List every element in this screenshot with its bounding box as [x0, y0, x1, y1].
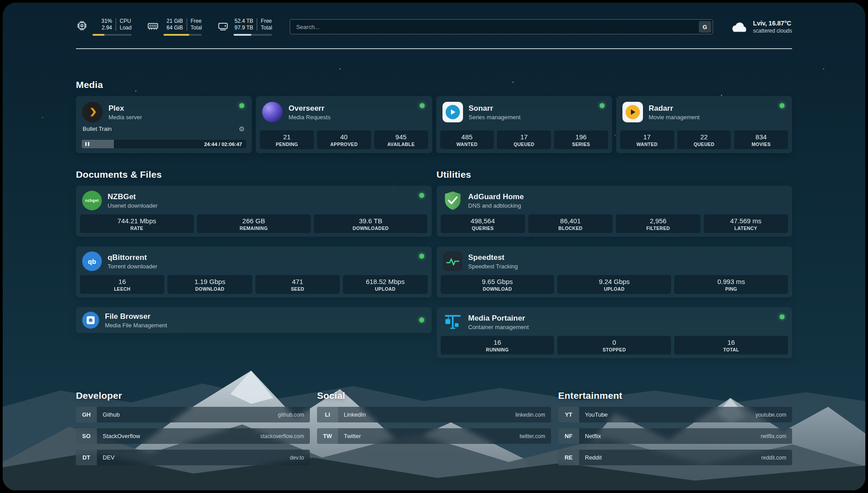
app-name: Plex [108, 104, 142, 113]
app-card-qbittorrent[interactable]: qb qBittorrent Torrent downloader 16 LEE… [76, 246, 432, 297]
bookmark-name: Twitter [344, 433, 361, 439]
stat-movies: 834 MOVIES [734, 130, 788, 149]
pause-icon[interactable] [85, 142, 89, 146]
stat-latency: 47.569 ms LATENCY [704, 214, 788, 233]
bookmark-reddit[interactable]: RE Reddit reddit.com [558, 450, 792, 465]
bookmark-github[interactable]: GH Github github.com [76, 407, 310, 422]
stat-value: 17 [622, 133, 672, 141]
bookmark-stackoverflow[interactable]: SO StackOverflow stackoverflow.com [76, 428, 310, 444]
stat-value: 485 [442, 133, 492, 141]
stat-queries: 498,564 QUERIES [441, 214, 525, 233]
stat-label: WANTED [622, 142, 672, 147]
bookmark-name: YouTube [585, 411, 608, 418]
stat-label: MOVIES [736, 142, 786, 147]
status-dot [419, 254, 424, 259]
section-title-utilities: Utilities [437, 169, 793, 180]
memory-icon [147, 20, 159, 32]
bookmark-linkedin[interactable]: LI LinkedIn linkedin.com [317, 407, 551, 422]
bookmark-name: DEV [103, 454, 115, 461]
gear-icon[interactable]: ⚙ [239, 125, 245, 132]
app-card-adguard[interactable]: AdGuard Home DNS and adblocking 498,564 … [437, 186, 793, 237]
section-title-entertainment: Entertainment [558, 390, 792, 401]
bookmark-group-developer: Developer GH Github github.com SO StackO… [76, 390, 310, 471]
stat-label: PING [676, 286, 786, 292]
divider [257, 18, 257, 31]
stat-label: WANTED [442, 142, 492, 147]
stat-value: 945 [376, 133, 426, 141]
app-card-overseerr[interactable]: Overseerr Media Requests 21 PENDING 40 A… [256, 96, 432, 153]
bookmark-twitter[interactable]: TW Twitter twitter.com [317, 428, 551, 444]
app-card-nzbget[interactable]: nzbget NZBGet Usenet downloader 744.21 M… [76, 186, 432, 237]
status-dot [419, 193, 424, 198]
linkedin-tile: LI [317, 407, 338, 422]
stackoverflow-tile: SO [76, 428, 97, 444]
stat-label: DOWNLOADED [316, 226, 426, 231]
stat-value: 9.24 Gbps [559, 278, 669, 285]
app-card-speedtest[interactable]: Speedtest Speedtest Tracking 9.65 Gbps D… [437, 246, 793, 297]
playback-time: 24:44 / 02:06:47 [204, 142, 242, 147]
playback-progress-bar[interactable]: 24:44 / 02:06:47 [82, 140, 246, 148]
stat-series: 196 SERIES [554, 130, 608, 149]
now-playing-title: Bullet Train [83, 125, 112, 132]
app-card-sonarr[interactable]: Sonarr Series management 485 WANTED 17 Q… [436, 96, 612, 153]
stat-stopped: 0 STOPPED [557, 336, 671, 355]
bookmark-group-entertainment: Entertainment YT YouTube youtube.com NF … [558, 390, 792, 471]
bookmark-dev[interactable]: DT DEV dev.to [76, 450, 310, 465]
status-dot [780, 103, 785, 108]
stat-label: UPLOAD [345, 286, 426, 292]
memory-monitor: 21 GiB 64 GiB Free Total [147, 18, 202, 36]
stat-download: 1.19 Gbps DOWNLOAD [167, 275, 252, 294]
bookmark-group-social: Social LI LinkedIn linkedin.com TW Twitt… [317, 390, 551, 471]
section-title-media: Media [76, 79, 792, 90]
weather-widget: Lviv, 16.87°C scattered clouds [729, 20, 792, 34]
github-tile: GH [76, 407, 97, 422]
app-name: File Browser [105, 312, 167, 321]
topbar: 31% 2.94 CPU Load [76, 3, 792, 36]
cpu-monitor: 31% 2.94 CPU Load [76, 18, 132, 36]
divider [116, 18, 116, 31]
twitter-tile: TW [317, 428, 338, 444]
app-name: Sonarr [469, 104, 521, 113]
stat-value: 498,564 [442, 217, 523, 225]
app-card-filebrowser[interactable]: File Browser Media File Management [76, 307, 432, 333]
portainer-icon [443, 312, 463, 332]
stat-queued: 22 QUEUED [677, 130, 731, 149]
stat-leech: 16 LEECH [80, 275, 164, 294]
app-card-portainer[interactable]: Media Portainer Container management 16 … [437, 307, 793, 358]
stat-value: 17 [499, 133, 549, 141]
bookmark-url: netflix.com [761, 433, 786, 439]
disk-total-label: Total [261, 25, 272, 31]
app-card-radarr[interactable]: Radarr Movie management 17 WANTED 22 QUE… [616, 96, 792, 153]
stat-label: SERIES [556, 142, 606, 147]
bookmark-url: github.com [278, 412, 304, 418]
cpu-load-value: 2.94 [92, 25, 112, 31]
qbittorrent-icon: qb [82, 251, 102, 271]
bookmark-name: StackOverflow [103, 433, 140, 439]
stat-label: SEED [257, 286, 338, 292]
app-desc: Series management [469, 114, 521, 121]
search-engine-button[interactable]: G [699, 21, 711, 33]
bookmark-url: linkedin.com [515, 412, 545, 418]
bookmark-netflix[interactable]: NF Netflix netflix.com [558, 428, 792, 444]
stat-label: QUERIES [442, 226, 523, 231]
cpu-load-label: Load [120, 25, 132, 31]
app-name: NZBGet [108, 192, 158, 201]
netflix-tile: NF [558, 428, 579, 444]
app-card-plex[interactable]: Plex Media server Bullet Train ⚙ 24:44 /… [76, 96, 252, 153]
stat-blocked: 86,401 BLOCKED [528, 214, 613, 233]
search-input[interactable] [292, 24, 698, 30]
section-title-developer: Developer [76, 390, 310, 401]
stat-running: 16 RUNNING [441, 336, 555, 355]
cpu-usage-bar [92, 34, 132, 36]
stat-total: 16 TOTAL [674, 336, 788, 355]
stat-value: 16 [676, 338, 786, 346]
disk-free-value: 52.4 TB [234, 18, 253, 25]
cpu-usage-fill [92, 34, 104, 36]
stat-value: 40 [319, 133, 369, 141]
utilities-column: Utilities [437, 169, 793, 358]
bookmark-youtube[interactable]: YT YouTube youtube.com [558, 407, 792, 422]
bookmark-url: twitter.com [520, 433, 545, 439]
stat-label: REMAINING [199, 226, 309, 231]
disk-icon [217, 20, 229, 32]
stat-queued: 17 QUEUED [497, 130, 551, 149]
